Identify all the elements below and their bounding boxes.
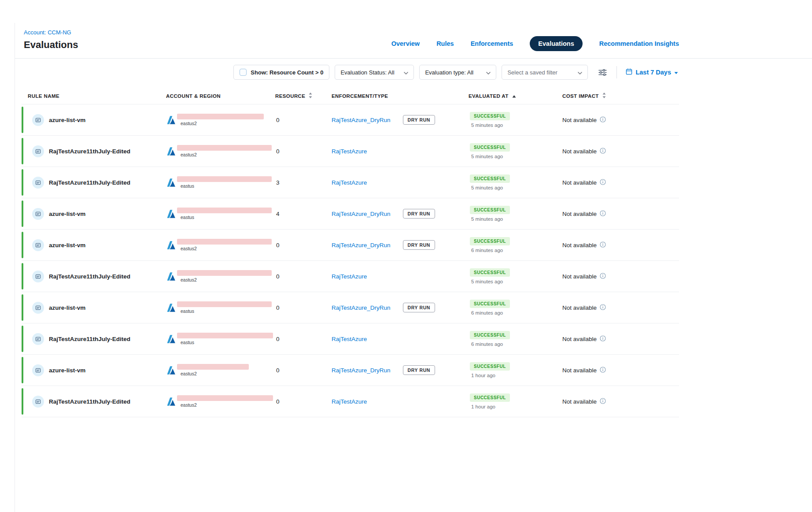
account-region-cell: eastus <box>166 333 275 345</box>
rule-cell: azure-list-vm <box>22 302 166 314</box>
info-icon[interactable] <box>600 367 606 374</box>
rule-icon <box>32 208 44 220</box>
cost-impact-cell: Not available <box>562 148 679 155</box>
enforcement-link[interactable]: RajTestAzure_DryRun <box>332 304 391 311</box>
table-row[interactable]: RajTestAzure11thJuly-Edited eastus 0 Raj… <box>22 323 679 355</box>
enforcement-cell: RajTestAzure_DryRun DRY RUN <box>332 115 469 125</box>
resource-count-checkbox[interactable] <box>240 69 247 76</box>
evaluations-table: RULE NAME ACCOUNT & REGION RESOURCE ENFO… <box>22 88 679 417</box>
cost-impact-value: Not available <box>562 242 597 249</box>
nav-recommendation-insights[interactable]: Recommendation Insights <box>599 40 679 47</box>
enforcement-link[interactable]: RajTestAzure <box>332 148 367 155</box>
enforcement-cell: RajTestAzure_DryRun DRY RUN <box>332 240 469 250</box>
nav-enforcements[interactable]: Enforcements <box>471 40 513 47</box>
evaluated-at-cell: SUCCESSFUL 6 minutes ago <box>469 300 562 315</box>
status-badge: SUCCESSFUL <box>470 331 510 339</box>
account-region-cell: eastus2 <box>166 364 275 376</box>
info-icon[interactable] <box>600 179 606 186</box>
azure-logo-icon <box>166 397 176 406</box>
enforcement-link[interactable]: RajTestAzure <box>332 273 367 280</box>
table-row[interactable]: azure-list-vm eastus2 0 RajTestAzure_Dry… <box>22 104 679 136</box>
cost-impact-cell: Not available <box>562 241 679 249</box>
resource-count: 0 <box>275 304 332 311</box>
nav-rules[interactable]: Rules <box>436 40 454 47</box>
account-breadcrumb[interactable]: Account: CCM-NG <box>24 29 71 36</box>
info-icon[interactable] <box>600 148 606 155</box>
info-icon[interactable] <box>600 241 606 249</box>
chevron-down-icon <box>404 69 408 76</box>
rule-cell: RajTestAzure11thJuly-Edited <box>22 177 166 189</box>
azure-logo-icon <box>166 366 176 375</box>
info-icon[interactable] <box>600 116 606 124</box>
filter-settings-icon[interactable] <box>598 69 607 76</box>
evaluated-time: 6 minutes ago <box>470 310 503 315</box>
cost-impact-cell: Not available <box>562 398 679 405</box>
cost-impact-value: Not available <box>562 336 597 342</box>
evaluated-at-cell: SUCCESSFUL 1 hour ago <box>469 393 562 409</box>
rule-name: azure-list-vm <box>49 211 85 217</box>
rule-cell: azure-list-vm <box>22 114 166 126</box>
enforcement-link[interactable]: RajTestAzure <box>332 179 367 186</box>
sort-updown-icon <box>309 93 312 99</box>
caret-down-icon <box>674 69 678 76</box>
table-row[interactable]: azure-list-vm eastus2 0 RajTestAzure_Dry… <box>22 355 679 386</box>
resource-count: 0 <box>275 273 332 280</box>
redacted-account-name <box>177 176 272 182</box>
region-label: eastus <box>177 183 272 189</box>
info-icon[interactable] <box>600 273 606 280</box>
rule-cell: azure-list-vm <box>22 364 166 376</box>
evaluated-at-cell: SUCCESSFUL 5 minutes ago <box>469 174 562 190</box>
col-cost-impact[interactable]: COST IMPACT <box>562 93 679 99</box>
enforcement-link[interactable]: RajTestAzure_DryRun <box>332 242 391 249</box>
status-badge: SUCCESSFUL <box>470 300 510 308</box>
enforcement-link[interactable]: RajTestAzure <box>332 398 367 405</box>
rule-name: azure-list-vm <box>49 304 85 311</box>
table-row[interactable]: RajTestAzure11thJuly-Edited eastus 3 Raj… <box>22 167 679 198</box>
rule-cell: RajTestAzure11thJuly-Edited <box>22 333 166 345</box>
col-rule-name: RULE NAME <box>22 93 166 99</box>
info-icon[interactable] <box>600 304 606 312</box>
show-resource-count-filter[interactable]: Show: Resource Count > 0 <box>233 65 329 80</box>
nav-evaluations[interactable]: Evaluations <box>530 36 582 51</box>
rule-icon <box>32 396 44 408</box>
account-region-cell: eastus2 <box>166 145 275 157</box>
table-row[interactable]: RajTestAzure11thJuly-Edited eastus2 0 Ra… <box>22 386 679 417</box>
col-resource[interactable]: RESOURCE <box>275 93 332 99</box>
table-row[interactable]: azure-list-vm eastus 0 RajTestAzure_DryR… <box>22 292 679 323</box>
redacted-account-name <box>177 208 272 213</box>
account-region-cell: eastus2 <box>166 395 275 408</box>
enforcement-link[interactable]: RajTestAzure_DryRun <box>332 117 391 123</box>
table-row[interactable]: azure-list-vm eastus 4 RajTestAzure_DryR… <box>22 198 679 230</box>
evaluated-at-cell: SUCCESSFUL 1 hour ago <box>469 362 562 378</box>
account-stack: eastus2 <box>177 239 272 251</box>
page-title: Evaluations <box>24 39 78 51</box>
nav-overview[interactable]: Overview <box>391 40 420 47</box>
cost-impact-value: Not available <box>562 148 597 155</box>
info-icon[interactable] <box>600 398 606 405</box>
info-icon[interactable] <box>600 210 606 218</box>
row-accent-bar <box>22 294 23 321</box>
enforcement-link[interactable]: RajTestAzure <box>332 336 367 342</box>
table-row[interactable]: RajTestAzure11thJuly-Edited eastus2 0 Ra… <box>22 261 679 292</box>
resource-count: 0 <box>275 117 332 123</box>
azure-logo-icon <box>166 147 176 156</box>
evaluation-type-dropdown[interactable]: Evaluation type: All <box>419 65 496 80</box>
col-evaluated-at[interactable]: EVALUATED AT <box>469 93 562 99</box>
evaluation-status-dropdown[interactable]: Evaluation Status: All <box>335 65 414 80</box>
resource-count: 0 <box>275 242 332 249</box>
info-icon[interactable] <box>600 335 606 343</box>
account-stack: eastus <box>177 301 272 314</box>
saved-filter-dropdown[interactable]: Select a saved filter <box>502 65 588 80</box>
table-row[interactable]: azure-list-vm eastus2 0 RajTestAzure_Dry… <box>22 230 679 261</box>
evaluated-at-cell: SUCCESSFUL 5 minutes ago <box>469 143 562 159</box>
enforcement-cell: RajTestAzure <box>332 336 469 342</box>
date-range-picker[interactable]: Last 7 Days <box>626 68 678 76</box>
enforcement-link[interactable]: RajTestAzure_DryRun <box>332 367 391 374</box>
table-row[interactable]: RajTestAzure11thJuly-Edited eastus2 0 Ra… <box>22 136 679 167</box>
enforcement-link[interactable]: RajTestAzure_DryRun <box>332 211 391 217</box>
row-accent-bar <box>22 107 23 133</box>
redacted-account-name <box>177 301 272 307</box>
evaluation-type-value: Evaluation type: All <box>425 69 473 76</box>
chevron-down-icon <box>486 69 491 76</box>
enforcement-cell: RajTestAzure_DryRun DRY RUN <box>332 365 469 375</box>
